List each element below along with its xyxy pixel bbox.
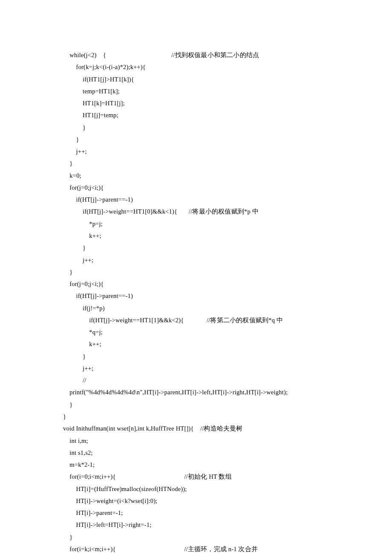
- code-line: k++;: [63, 338, 333, 350]
- code-line: if(HT[j]->weight==HT1[0]&&k<1){ //将最小的权值…: [63, 205, 333, 217]
- code-line: }: [63, 242, 333, 254]
- code-line: int s1,s2;: [63, 447, 333, 459]
- code-line: if(j!=*p): [63, 302, 333, 314]
- code-line: *q=j;: [63, 326, 333, 338]
- code-line: for(j=0;j<i;){: [63, 278, 333, 290]
- code-line: void Inithuffman(int wset[n],int k,HuffT…: [63, 422, 333, 434]
- code-line: j++;: [63, 254, 333, 266]
- code-line: *p=j;: [63, 218, 333, 230]
- code-line: for(i=k;i<m;i++){ //主循环，完成 n-1 次合并: [63, 543, 333, 555]
- code-line: if(HT[j]->weight==HT1[1]&&k<2){ //将第二小的权…: [63, 314, 333, 326]
- code-line: for(k=j;k<(i-(i-a)*2);k++){: [63, 61, 333, 73]
- code-line: }: [63, 121, 333, 133]
- code-line: j++;: [63, 145, 333, 157]
- code-line: }: [63, 350, 333, 362]
- code-line: for(j=0;j<i;){: [63, 182, 333, 194]
- code-line: HT[i]=(HuffTree)malloc(sizeof(HTNode));: [63, 483, 333, 495]
- code-line: printf("%4d%4d%4d%4d\n",HT[i]->parent,HT…: [63, 386, 333, 398]
- code-line: HT1[k]=HT1[j];: [63, 97, 333, 109]
- code-line: if(HT[j]->parent==-1): [63, 290, 333, 302]
- code-line: HT[i]->left=HT[i]->right=-1;: [63, 519, 333, 531]
- code-line: for(i=0;i<m;i++){ //初始化 HT 数组: [63, 471, 333, 483]
- code-line: j++;: [63, 362, 333, 374]
- code-line: }: [63, 410, 333, 422]
- code-line: HT1[j]=temp;: [63, 109, 333, 121]
- code-line: HT[i]->weight=(i<k?wset[i]:0);: [63, 495, 333, 507]
- code-line: }: [63, 531, 333, 543]
- code-line: HT[i]->parent=-1;: [63, 507, 333, 519]
- code-line: k++;: [63, 230, 333, 242]
- code-line: }: [63, 157, 333, 169]
- code-line: while(j<2) { //找到权值最小和第二小的结点: [63, 49, 333, 61]
- code-line: }: [63, 399, 333, 410]
- code-line: m=k*2-1;: [63, 459, 333, 471]
- document-page: while(j<2) { //找到权值最小和第二小的结点 for(k=j;k<(…: [0, 0, 392, 555]
- code-line: }: [63, 266, 333, 278]
- code-line: if(HT1[j]>HT1[k]){: [63, 73, 333, 85]
- code-line: k=0;: [63, 170, 333, 182]
- code-line: }: [63, 133, 333, 145]
- code-line: temp=HT1[k];: [63, 85, 333, 97]
- code-line: //: [63, 374, 333, 386]
- code-line: int i,m;: [63, 435, 333, 447]
- code-line: if(HT[j]->parent==-1): [63, 194, 333, 205]
